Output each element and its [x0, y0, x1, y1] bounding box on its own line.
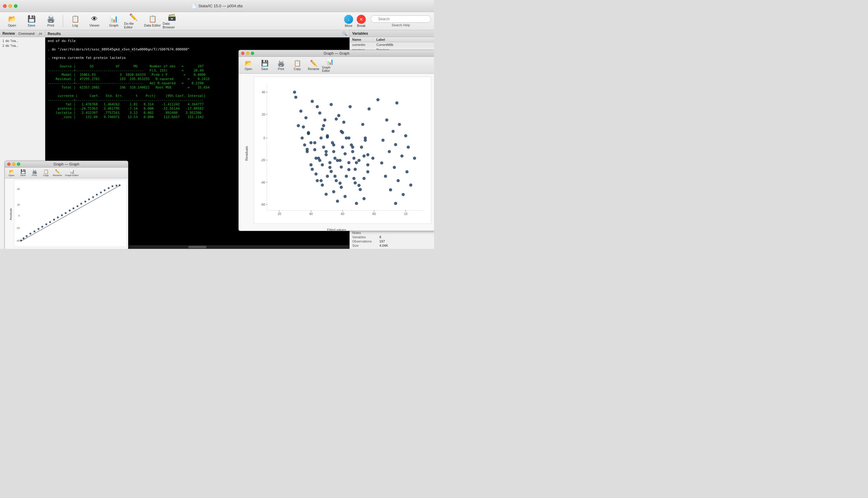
svg-point-137 — [402, 193, 405, 196]
svg-point-156 — [61, 214, 63, 216]
svg-text:-40: -40 — [16, 239, 20, 242]
svg-text:-60: -60 — [261, 203, 265, 206]
mini-graph-close-button[interactable] — [7, 162, 11, 166]
svg-point-63 — [329, 170, 333, 173]
graph-toolbar: 📂 Open 💾 Save 🖨️ Print 📋 Copy ✏️ Rename … — [239, 57, 434, 74]
graph-icon: 📊 — [110, 15, 118, 23]
mini-graph-editor-button[interactable]: 📊 Graph Editor — [63, 168, 80, 178]
svg-point-99 — [332, 143, 335, 146]
mini-print-button[interactable]: 🖨️ Print — [29, 168, 40, 178]
minimize-button[interactable] — [9, 4, 12, 8]
mini-graph-window-controls[interactable] — [7, 162, 20, 166]
svg-point-155 — [57, 217, 59, 218]
graph-save-icon: 💾 — [261, 60, 269, 67]
graph-print-button[interactable]: 🖨️ Print — [273, 58, 289, 73]
svg-point-69 — [354, 181, 357, 184]
svg-point-132 — [405, 170, 408, 173]
svg-point-92 — [321, 128, 324, 130]
svg-point-130 — [380, 161, 383, 164]
svg-point-110 — [348, 168, 350, 171]
viewer-button[interactable]: 👁 Viewer — [85, 13, 104, 29]
svg-point-148 — [30, 233, 31, 235]
mini-graph-title-bar: Graph — Graph — [5, 161, 128, 168]
mini-graph-toolbar: 📂 Open 💾 Save 🖨️ Print 📋 Copy ✏️ Rename … — [5, 168, 128, 179]
mini-graph-minimize-button[interactable] — [12, 162, 15, 166]
graph-editor-button[interactable]: 📊 Graph Editor — [322, 58, 338, 73]
svg-point-36 — [309, 141, 312, 144]
graph-minimize-button[interactable] — [246, 52, 249, 55]
title-bar: 📄 Stata/IC 15.0 — p004.dta — [0, 0, 434, 12]
svg-point-157 — [65, 212, 66, 214]
mini-rename-button[interactable]: ✏️ Rename — [52, 168, 63, 178]
more-icon: ↓ — [344, 15, 353, 24]
list-item[interactable]: 1 do "/va... — [1, 38, 44, 43]
search-help-text: Search Help — [392, 23, 410, 27]
graph-close-button[interactable] — [241, 52, 244, 55]
svg-text:0: 0 — [263, 136, 265, 140]
y-axis-label: Residuals — [245, 146, 248, 161]
graph-copy-button[interactable]: 📋 Copy — [289, 58, 305, 73]
svg-point-55 — [357, 159, 361, 162]
svg-point-169 — [111, 185, 113, 187]
mini-scatter-plot: 40 20 0 -20 -40 — [14, 180, 127, 247]
svg-point-145 — [20, 239, 22, 241]
data-editor-button[interactable]: 📋 Data Editor — [144, 13, 161, 29]
mini-open-button[interactable]: 📂 Open — [6, 168, 17, 178]
svg-text:-40: -40 — [261, 181, 265, 184]
open-button[interactable]: 📂 Open — [3, 13, 21, 29]
do-file-editor-button[interactable]: ✏️ Do-file Editor — [124, 13, 142, 29]
svg-point-112 — [314, 172, 317, 175]
graph-rename-button[interactable]: ✏️ Rename — [306, 58, 322, 73]
graph-save-button[interactable]: 💾 Save — [257, 58, 273, 73]
table-row[interactable]: currentm CurrentMilk — [350, 42, 434, 48]
list-item[interactable]: 2 do "/va... — [1, 43, 44, 48]
svg-point-161 — [80, 202, 82, 205]
svg-point-114 — [352, 177, 355, 180]
prop-row: Notes — [351, 231, 433, 235]
save-button[interactable]: 💾 Save — [22, 13, 40, 29]
window-controls[interactable] — [3, 4, 17, 8]
svg-point-168 — [108, 187, 110, 189]
results-search-icon[interactable]: 🔍 — [342, 31, 347, 36]
svg-line-144 — [21, 185, 120, 241]
svg-point-134 — [396, 179, 399, 182]
log-button[interactable]: 📋 Log — [66, 13, 84, 29]
search-input[interactable] — [371, 15, 431, 23]
svg-point-28 — [322, 124, 325, 127]
print-button[interactable]: 🖨️ Print — [42, 13, 60, 29]
data-browser-button[interactable]: 🗃️ Data Browser — [163, 13, 181, 29]
svg-point-25 — [316, 105, 319, 108]
svg-point-57 — [348, 161, 350, 164]
svg-point-100 — [351, 146, 354, 148]
svg-point-90 — [361, 123, 364, 126]
svg-point-34 — [320, 136, 323, 140]
svg-point-101 — [306, 148, 309, 151]
more-button[interactable]: ↓ More — [344, 15, 353, 27]
graph-open-button[interactable]: 📂 Open — [241, 58, 256, 73]
mini-copy-button[interactable]: 📋 Copy — [40, 168, 51, 178]
prop-row: Observations 197 — [351, 239, 433, 244]
svg-point-121 — [398, 123, 401, 126]
scrollbar-thumb[interactable] — [188, 246, 206, 248]
svg-point-135 — [409, 184, 412, 187]
break-button[interactable]: ✕ Break — [357, 15, 366, 27]
svg-point-71 — [340, 186, 343, 189]
viewer-icon: 👁 — [91, 15, 98, 23]
maximize-button[interactable] — [14, 4, 17, 8]
mini-save-button[interactable]: 💾 Save — [17, 168, 28, 178]
svg-point-91 — [302, 125, 305, 128]
graph-maximize-button[interactable] — [251, 52, 254, 55]
svg-point-131 — [393, 166, 396, 169]
mini-copy-icon: 📋 — [43, 169, 49, 174]
svg-point-64 — [326, 174, 329, 178]
mini-graph-maximize-button[interactable] — [17, 162, 20, 166]
close-button[interactable] — [3, 4, 6, 8]
svg-point-104 — [363, 154, 366, 157]
graph-window-controls[interactable] — [241, 52, 254, 55]
svg-point-89 — [342, 120, 345, 123]
svg-point-170 — [116, 184, 118, 186]
prop-row: Variables 8 — [351, 235, 433, 239]
graph-button[interactable]: 📊 Graph — [105, 13, 123, 29]
svg-text:-20: -20 — [261, 159, 265, 162]
svg-point-108 — [309, 163, 312, 167]
